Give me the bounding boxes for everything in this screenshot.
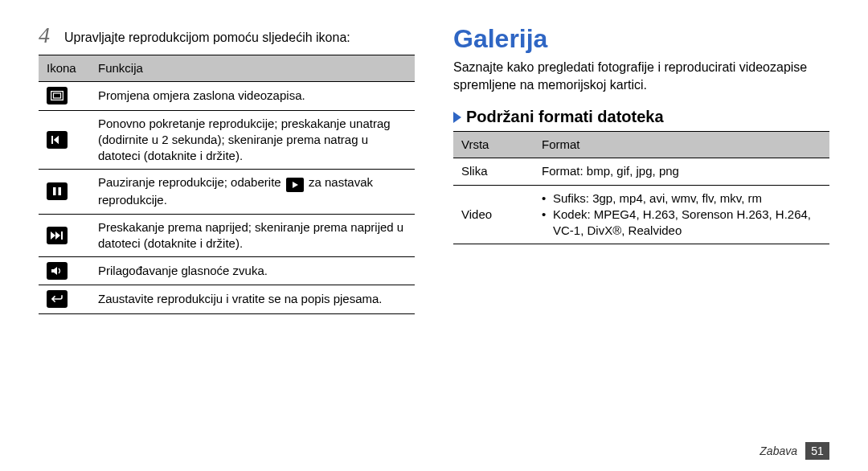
table-header-row: Ikona Funkcija xyxy=(39,55,415,82)
svg-marker-7 xyxy=(293,182,298,188)
page-number: 51 xyxy=(805,442,829,460)
footer-section: Zabava xyxy=(760,444,797,457)
cell-type: Video xyxy=(453,185,534,244)
col-header-type: Vrsta xyxy=(453,132,534,158)
play-icon xyxy=(286,178,304,192)
svg-marker-4 xyxy=(54,136,59,144)
svg-marker-9 xyxy=(55,231,60,240)
ratio-icon xyxy=(47,87,68,104)
cell-format: Format: bmp, gif, jpg, png xyxy=(534,158,829,185)
pause-icon xyxy=(47,182,68,200)
section-intro: Saznajte kako pregledati fotografije i r… xyxy=(453,59,829,93)
step-line: 4 Upravljajte reprodukcijom pomoću sljed… xyxy=(39,24,415,47)
table-row: Ponovno pokretanje reprodukcije; preskak… xyxy=(39,110,415,170)
table-row: Video Sufiks: 3gp, mp4, avi, wmv, flv, m… xyxy=(453,185,829,244)
manual-page: 4 Upravljajte reprodukcijom pomoću sljed… xyxy=(0,0,868,471)
playback-icons-table: Ikona Funkcija Promjena omjera zaslona v… xyxy=(39,55,415,314)
step-text: Upravljajte reprodukcijom pomoću sljedeć… xyxy=(64,24,350,47)
left-column: 4 Upravljajte reprodukcijom pomoću sljed… xyxy=(39,24,415,471)
svg-rect-5 xyxy=(53,187,56,195)
row-text: Prilagođavanje glasnoće zvuka. xyxy=(90,257,415,285)
chevron-right-icon xyxy=(453,112,461,123)
cell-type: Slika xyxy=(453,158,534,185)
svg-rect-1 xyxy=(54,93,61,98)
table-row: Prilagođavanje glasnoće zvuka. xyxy=(39,257,415,285)
table-row: Pauziranje reprodukcije; odaberite za na… xyxy=(39,170,415,214)
svg-marker-11 xyxy=(51,267,57,275)
row-text: Ponovno pokretanje reprodukcije; preskak… xyxy=(90,110,415,170)
row-text: Promjena omjera zaslona videozapisa. xyxy=(90,82,415,110)
next-icon xyxy=(47,227,68,244)
table-header-row: Vrsta Format xyxy=(453,132,829,158)
row-text: Zaustavite reprodukciju i vratite se na … xyxy=(90,285,415,313)
svg-rect-0 xyxy=(51,92,63,100)
subsection-heading: Podržani formati datoteka xyxy=(453,108,829,126)
svg-marker-8 xyxy=(51,231,55,240)
list-item: Sufiks: 3gp, mp4, avi, wmv, flv, mkv, rm xyxy=(542,190,821,207)
row-text: Pauziranje reprodukcije; odaberite za na… xyxy=(90,170,415,214)
col-header-func: Funkcija xyxy=(90,55,415,82)
right-column: Galerija Saznajte kako pregledati fotogr… xyxy=(453,24,829,471)
svg-rect-10 xyxy=(61,231,63,240)
back-icon xyxy=(47,290,68,308)
svg-rect-6 xyxy=(59,187,62,195)
col-header-format: Format xyxy=(534,132,829,158)
page-footer: Zabava 51 xyxy=(760,442,829,460)
volume-icon xyxy=(47,262,68,280)
row-text: Preskakanje prema naprijed; skeniranje p… xyxy=(90,214,415,257)
cell-format: Sufiks: 3gp, mp4, avi, wmv, flv, mkv, rm… xyxy=(534,185,829,244)
list-item: Kodek: MPEG4, H.263, Sorenson H.263, H.2… xyxy=(542,207,821,240)
table-row: Preskakanje prema naprijed; skeniranje p… xyxy=(39,214,415,257)
table-row: Zaustavite reprodukciju i vratite se na … xyxy=(39,285,415,313)
subsection-heading-text: Podržani formati datoteka xyxy=(466,108,664,126)
prev-icon xyxy=(47,131,68,149)
table-row: Slika Format: bmp, gif, jpg, png xyxy=(453,158,829,185)
table-row: Promjena omjera zaslona videozapisa. xyxy=(39,82,415,110)
row-text-before: Pauziranje reprodukcije; odaberite xyxy=(98,175,285,189)
section-title: Galerija xyxy=(453,24,829,54)
step-number: 4 xyxy=(39,24,56,47)
col-header-icon: Ikona xyxy=(39,55,90,82)
formats-table: Vrsta Format Slika Format: bmp, gif, jpg… xyxy=(453,131,829,244)
svg-rect-2 xyxy=(51,136,53,144)
